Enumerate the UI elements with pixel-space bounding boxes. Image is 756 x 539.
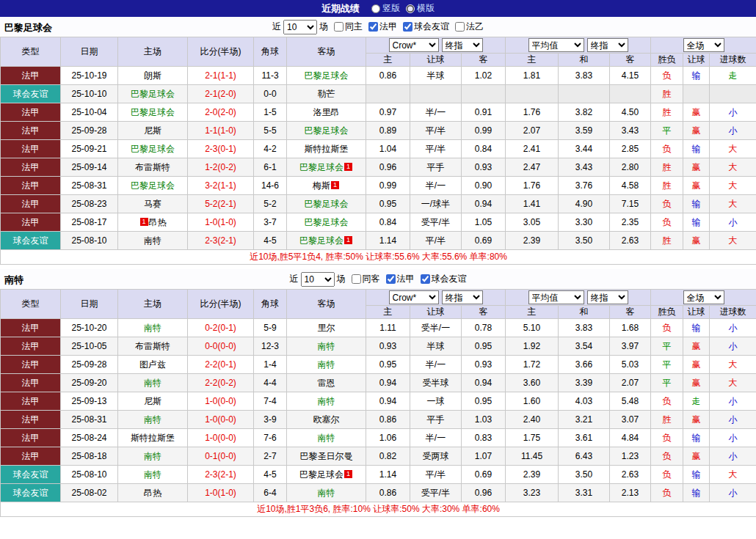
- home-team-cell[interactable]: 1昂热: [118, 213, 188, 232]
- score-cell[interactable]: 1-0(0-0): [188, 429, 254, 447]
- score-cell[interactable]: 2-2(0-2): [188, 374, 254, 392]
- home-team-cell[interactable]: 巴黎足球会: [118, 103, 188, 122]
- filter-checkbox-球会友谊[interactable]: 球会友谊: [421, 273, 467, 285]
- score-cell[interactable]: 0-0(0-0): [188, 337, 254, 356]
- home-team-cell[interactable]: 图卢兹: [118, 356, 188, 374]
- away-team-cell[interactable]: 巴黎足球会1: [287, 232, 366, 250]
- recent-count-select[interactable]: 10: [283, 20, 317, 34]
- checkbox-label: 球会友谊: [432, 273, 467, 285]
- avg-stage-select[interactable]: 终指: [587, 38, 628, 52]
- score-cell[interactable]: 2-0(2-0): [188, 103, 254, 122]
- checkbox-input[interactable]: [334, 22, 344, 32]
- corners-cell: 11-3: [254, 67, 287, 85]
- sub-col-header: 让球: [410, 306, 462, 319]
- home-team-cell[interactable]: 南特: [118, 374, 188, 392]
- away-team-cell[interactable]: 欧塞尔: [287, 411, 366, 429]
- result-cell: 赢: [683, 447, 710, 466]
- score-cell[interactable]: 5-2(2-1): [188, 195, 254, 213]
- home-team-cell[interactable]: 巴黎足球会: [118, 177, 188, 195]
- score-cell[interactable]: 1-0(1-0): [188, 484, 254, 502]
- away-team-cell[interactable]: 雷恩: [287, 374, 366, 392]
- away-team-cell[interactable]: 巴黎圣日尔曼: [287, 447, 366, 466]
- layout-option-vertical[interactable]: 竖版: [371, 2, 400, 15]
- score-cell[interactable]: 2-3(2-1): [188, 466, 254, 484]
- layout-option-horizontal[interactable]: 横版: [406, 2, 435, 15]
- home-team-cell[interactable]: 马赛: [118, 195, 188, 213]
- away-team-cell[interactable]: 里尔: [287, 319, 366, 337]
- avg-odds-cell: 1.68: [610, 319, 651, 337]
- score-cell[interactable]: 2-1(2-0): [188, 85, 254, 103]
- away-team-cell[interactable]: 南特: [287, 356, 366, 374]
- score-cell[interactable]: 1-1(1-0): [188, 122, 254, 140]
- away-team-cell[interactable]: 南特: [287, 337, 366, 356]
- away-team-cell[interactable]: 洛里昂: [287, 103, 366, 122]
- away-team-cell[interactable]: 南特: [287, 429, 366, 447]
- avg-odds-select[interactable]: 平均值: [528, 38, 584, 52]
- odds-cell: 1.02: [462, 67, 506, 85]
- filter-checkbox-法乙[interactable]: 法乙: [455, 21, 484, 33]
- checkbox-input[interactable]: [421, 274, 430, 284]
- score-cell[interactable]: 2-2(0-1): [188, 356, 254, 374]
- odds-stage-select[interactable]: 终指: [442, 38, 483, 52]
- away-team-cell[interactable]: 梅斯1: [287, 177, 366, 195]
- score-cell[interactable]: 0-2(0-1): [188, 319, 254, 337]
- score-cell[interactable]: 3-2(1-1): [188, 177, 254, 195]
- recent-count-select[interactable]: 10: [301, 272, 335, 287]
- score-cell[interactable]: 2-3(0-1): [188, 140, 254, 158]
- home-team-cell[interactable]: 昂热: [118, 484, 188, 502]
- home-team-cell[interactable]: 南特: [118, 411, 188, 429]
- checkbox-input[interactable]: [386, 274, 396, 284]
- score-cell[interactable]: 0-1(0-0): [188, 447, 254, 466]
- away-team-cell[interactable]: 巴黎足球会1: [287, 158, 366, 177]
- away-team-cell[interactable]: 勒芒: [287, 85, 366, 103]
- away-team-cell[interactable]: 巴黎足球会1: [287, 466, 366, 484]
- score-cell[interactable]: 2-1(1-1): [188, 67, 254, 85]
- home-team-cell[interactable]: 南特: [118, 466, 188, 484]
- scope-select[interactable]: 全场: [683, 38, 724, 52]
- home-team-cell[interactable]: 布雷斯特: [118, 337, 188, 356]
- layout-radio[interactable]: [406, 4, 415, 13]
- home-team-cell[interactable]: 南特: [118, 447, 188, 466]
- avg-odds-select[interactable]: 平均值: [528, 290, 584, 304]
- away-team-cell[interactable]: 巴黎足球会: [287, 122, 366, 140]
- odds-company-select[interactable]: Crow*: [389, 290, 439, 304]
- date-cell: 25-09-28: [61, 356, 118, 374]
- home-team-cell[interactable]: 巴黎足球会: [118, 140, 188, 158]
- checkbox-input[interactable]: [368, 22, 378, 32]
- score-cell[interactable]: 1-0(0-0): [188, 392, 254, 411]
- checkbox-input[interactable]: [352, 274, 361, 284]
- score-cell[interactable]: 2-3(2-1): [188, 232, 254, 250]
- away-team-cell[interactable]: 南特: [287, 392, 366, 411]
- away-team-cell[interactable]: 斯特拉斯堡: [287, 140, 366, 158]
- home-team-cell[interactable]: 巴黎足球会: [118, 85, 188, 103]
- team-name: 南特: [144, 414, 161, 425]
- filter-checkbox-球会友谊[interactable]: 球会友谊: [403, 21, 449, 33]
- odds-stage-select[interactable]: 终指: [442, 290, 483, 304]
- filter-checkbox-法甲[interactable]: 法甲: [368, 21, 397, 33]
- filter-checkbox-同客[interactable]: 同客: [352, 273, 380, 285]
- scope-select[interactable]: 全场: [683, 290, 724, 304]
- home-team-cell[interactable]: 斯特拉斯堡: [118, 429, 188, 447]
- home-team-cell[interactable]: 尼斯: [118, 122, 188, 140]
- competition-cell: 法甲: [1, 356, 61, 374]
- odds-cell: 0.99: [366, 177, 410, 195]
- filter-checkbox-同主[interactable]: 同主: [334, 21, 363, 33]
- score-cell[interactable]: 1-2(0-2): [188, 158, 254, 177]
- avg-stage-select[interactable]: 终指: [587, 290, 628, 304]
- home-team-cell[interactable]: 朗斯: [118, 67, 188, 85]
- checkbox-input[interactable]: [403, 22, 412, 32]
- score-cell[interactable]: 1-0(1-0): [188, 213, 254, 232]
- filter-checkbox-法甲[interactable]: 法甲: [386, 273, 415, 285]
- home-team-cell[interactable]: 尼斯: [118, 392, 188, 411]
- away-team-cell[interactable]: 巴黎足球会: [287, 213, 366, 232]
- checkbox-input[interactable]: [455, 22, 465, 32]
- layout-radio[interactable]: [371, 4, 380, 13]
- away-team-cell[interactable]: 巴黎足球会: [287, 67, 366, 85]
- score-cell[interactable]: 1-0(0-0): [188, 411, 254, 429]
- away-team-cell[interactable]: 巴黎足球会: [287, 195, 366, 213]
- away-team-cell[interactable]: 南特: [287, 484, 366, 502]
- home-team-cell[interactable]: 南特: [118, 232, 188, 250]
- odds-company-select[interactable]: Crow*: [389, 38, 439, 52]
- home-team-cell[interactable]: 布雷斯特: [118, 158, 188, 177]
- home-team-cell[interactable]: 南特: [118, 319, 188, 337]
